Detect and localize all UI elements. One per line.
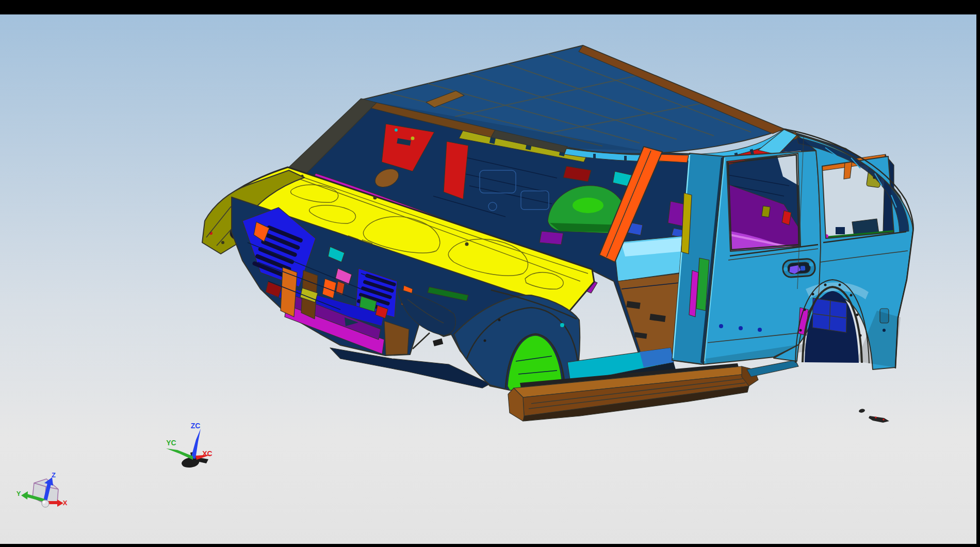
wcs-z-label: ZC — [191, 422, 201, 430]
datum-z-label: Z — [52, 471, 56, 479]
door-handle-recess[interactable] — [782, 259, 815, 278]
datum-x-label: X — [63, 499, 68, 507]
bottom-bar — [0, 544, 980, 547]
wcs-x-label: XC — [202, 449, 212, 458]
cad-viewport[interactable]: ZC YC XC Z Y X — [0, 0, 980, 547]
wcs-y-label: YC — [166, 439, 176, 447]
right-bar — [976, 14, 980, 547]
top-bar — [0, 0, 980, 14]
datum-y-label: Y — [17, 490, 21, 497]
